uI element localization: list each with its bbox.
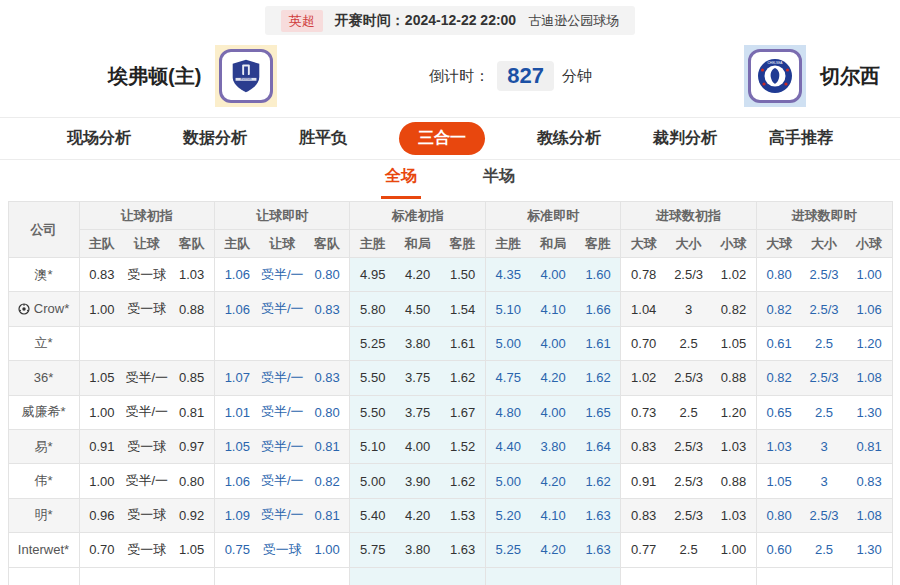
tab-three-in-one[interactable]: 三合一	[399, 122, 485, 155]
odds-cell: 0.81	[305, 498, 350, 532]
odds-cell: 3	[802, 429, 847, 463]
odds-cell	[169, 567, 214, 585]
match-info-bar: 英超 开赛时间：2024-12-22 22:00 古迪逊公园球场	[0, 0, 900, 35]
table-row	[8, 567, 892, 585]
odds-cell: 1.62	[576, 361, 621, 395]
odds-cell: 1.00	[79, 464, 124, 498]
odds-cell	[124, 326, 169, 360]
odds-cell: 0.78	[621, 258, 666, 292]
odds-cell: 3	[802, 464, 847, 498]
odds-cell	[124, 567, 169, 585]
odds-cell: 3.80	[395, 326, 440, 360]
odds-cell: 0.83	[79, 258, 124, 292]
odds-cell: 4.00	[395, 429, 440, 463]
odds-cell	[214, 567, 259, 585]
group-header-handicap-live: 让球即时	[214, 202, 349, 230]
tab-win-draw-lose[interactable]: 胜平负	[299, 128, 347, 149]
venue-name: 古迪逊公园球场	[528, 12, 619, 30]
odds-cell: 1.09	[214, 498, 259, 532]
sub-col-header: 和局	[531, 230, 576, 258]
odds-cell: 1.00	[847, 258, 892, 292]
odds-cell: 1.03	[169, 258, 214, 292]
odds-cell: 2.5/3	[802, 258, 847, 292]
odds-cell: 5.40	[350, 498, 395, 532]
teams-header: 埃弗顿(主) Everton 倒计时： 827 分钟	[0, 35, 900, 117]
odds-cell: 0.75	[214, 533, 259, 567]
odds-cell: 0.85	[169, 361, 214, 395]
odds-cell: 1.63	[576, 533, 621, 567]
svg-text:Everton: Everton	[241, 77, 252, 81]
sub-col-header: 客胜	[576, 230, 621, 258]
odds-cell: 2.5	[666, 326, 711, 360]
odds-cell: 2.5	[666, 533, 711, 567]
odds-cell: 0.83	[305, 292, 350, 326]
subtab-half-time[interactable]: 半场	[479, 158, 519, 199]
table-row: 易*0.91受一球0.971.05受半/一0.815.104.001.524.4…	[8, 429, 892, 463]
table-row: 威廉希*1.00受半/一0.811.01受半/一0.805.503.751.67…	[8, 395, 892, 429]
odds-cell: 2.5	[802, 533, 847, 567]
odds-cell: 0.80	[756, 258, 801, 292]
odds-cell: 1.67	[440, 395, 485, 429]
odds-cell: 5.20	[485, 498, 530, 532]
table-row: 明*0.96受一球0.921.09受半/一0.815.404.201.535.2…	[8, 498, 892, 532]
tab-data-analysis[interactable]: 数据分析	[183, 128, 247, 149]
odds-cell: 1.05	[756, 464, 801, 498]
company-cell	[8, 567, 79, 585]
subtab-full-time[interactable]: 全场	[381, 158, 421, 199]
sub-col-header: 让球	[124, 230, 169, 258]
odds-cell: 1.30	[847, 533, 892, 567]
home-team-logo: Everton	[215, 45, 277, 107]
sub-col-header: 大球	[621, 230, 666, 258]
tab-expert-picks[interactable]: 高手推荐	[769, 128, 833, 149]
sub-col-header: 主队	[214, 230, 259, 258]
odds-cell	[305, 326, 350, 360]
odds-cell	[79, 326, 124, 360]
odds-cell: 0.88	[711, 361, 756, 395]
odds-cell	[576, 567, 621, 585]
odds-cell: 4.20	[531, 533, 576, 567]
odds-cell: 1.00	[79, 292, 124, 326]
svg-text:CHELSEA: CHELSEA	[768, 61, 784, 65]
odds-cell: 4.95	[350, 258, 395, 292]
group-header-goals-initial: 进球数初指	[621, 202, 756, 230]
odds-cell	[260, 567, 305, 585]
odds-cell: 1.20	[711, 395, 756, 429]
odds-cell	[531, 567, 576, 585]
sub-col-header: 让球	[260, 230, 305, 258]
odds-cell: 4.10	[531, 292, 576, 326]
sub-col-header: 客胜	[440, 230, 485, 258]
tab-coach-analysis[interactable]: 教练分析	[537, 128, 601, 149]
odds-cell: 0.83	[621, 498, 666, 532]
odds-cell: 1.03	[711, 498, 756, 532]
odds-cell: 0.80	[305, 258, 350, 292]
odds-cell: 1.02	[711, 258, 756, 292]
odds-cell: 2.5/3	[666, 464, 711, 498]
company-cell: Interwet*	[8, 533, 79, 567]
away-team-logo: CHELSEA	[744, 45, 806, 107]
odds-cell: 5.10	[350, 429, 395, 463]
company-cell: 伟*	[8, 464, 79, 498]
sub-col-header: 客队	[169, 230, 214, 258]
odds-cell: 2.5/3	[802, 498, 847, 532]
odds-cell: 1.02	[621, 361, 666, 395]
sub-col-header: 主胜	[350, 230, 395, 258]
odds-cell: 5.00	[350, 464, 395, 498]
odds-cell: 4.00	[531, 258, 576, 292]
odds-cell: 受半/一	[124, 361, 169, 395]
odds-cell: 1.63	[440, 533, 485, 567]
odds-cell	[711, 567, 756, 585]
odds-cell: 4.20	[531, 361, 576, 395]
odds-cell: 受半/一	[260, 464, 305, 498]
odds-cell: 0.83	[305, 361, 350, 395]
odds-cell: 受一球	[124, 292, 169, 326]
odds-cell: 5.10	[485, 292, 530, 326]
odds-cell: 4.35	[485, 258, 530, 292]
tab-referee-analysis[interactable]: 裁判分析	[653, 128, 717, 149]
odds-cell: 5.00	[485, 464, 530, 498]
odds-cell: 1.00	[711, 533, 756, 567]
odds-cell: 0.83	[621, 429, 666, 463]
tab-live-analysis[interactable]: 现场分析	[67, 128, 131, 149]
odds-cell: 4.10	[531, 498, 576, 532]
sub-col-header: 大小	[802, 230, 847, 258]
odds-cell: 0.70	[621, 326, 666, 360]
